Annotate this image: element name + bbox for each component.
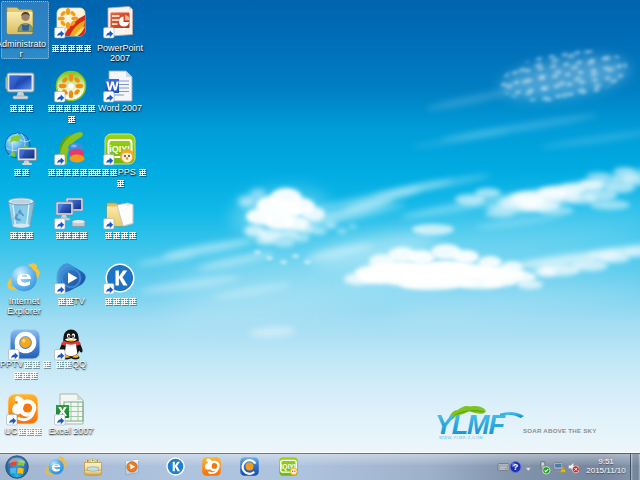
svg-text:WWW.YLMF-Z.COM: WWW.YLMF-Z.COM: [439, 435, 483, 440]
svg-text:SOAR ABOVE THE SKY: SOAR ABOVE THE SKY: [523, 427, 597, 434]
